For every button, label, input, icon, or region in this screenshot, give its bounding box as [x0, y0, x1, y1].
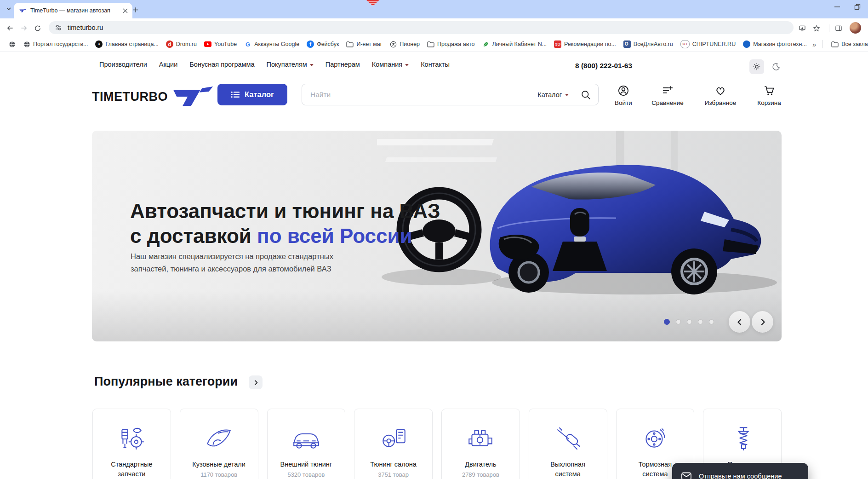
search-icon: [581, 90, 591, 100]
browser-tab[interactable]: TimeTurbo — магазин автозап: [14, 3, 132, 18]
suspension-icon: [727, 423, 758, 453]
google-icon: G: [244, 40, 251, 48]
interior-icon: [378, 423, 409, 453]
dark-theme-button[interactable]: [770, 60, 782, 73]
list-icon: [231, 91, 240, 98]
chevron-down-icon: [565, 94, 569, 96]
bookmark-item[interactable]: G Аккаунты Google: [240, 39, 303, 49]
nav-item-company[interactable]: Компания: [372, 61, 409, 68]
carousel-dots: [664, 319, 714, 325]
side-panel-icon[interactable]: [832, 22, 845, 35]
category-card-engine[interactable]: Двигатель 2789 товаров: [441, 409, 520, 479]
bookmark-label: Фейсбук: [317, 41, 339, 47]
install-app-icon[interactable]: [796, 22, 809, 35]
tab-title: TimeTurbo — магазин автозап: [30, 7, 118, 14]
nav-item-bonus-program[interactable]: Бонусная программа: [189, 61, 254, 68]
globe-icon: [23, 40, 30, 48]
carousel-dot-1[interactable]: [664, 319, 670, 325]
bookmark-item[interactable]: Пионер: [386, 39, 423, 49]
folder-icon: [346, 40, 354, 48]
nav-item-contacts[interactable]: Контакты: [421, 61, 450, 68]
bookmark-item[interactable]: f Фейсбук: [303, 39, 343, 49]
brake-disc-icon: [640, 423, 670, 453]
folder-icon: [427, 40, 434, 48]
bookmark-label: Пионер: [400, 41, 420, 47]
category-card-exhaust[interactable]: Выхлопная система 1448 товаров: [529, 409, 607, 479]
carousel-next-button[interactable]: [752, 311, 773, 333]
bookmark-item[interactable]: O. ВсеДляАвто.ru: [620, 39, 677, 49]
site-logo[interactable]: TIMETURBO: [92, 87, 216, 107]
bookmark-item[interactable]: И-нет маг: [343, 39, 386, 49]
compare-button[interactable]: Сравнение: [642, 85, 693, 106]
red-stripe-marker: [366, 0, 379, 6]
carousel-dot-4[interactable]: [698, 319, 703, 324]
search-submit-button[interactable]: [580, 89, 592, 101]
reload-button[interactable]: [31, 22, 44, 35]
category-card-exterior-tuning[interactable]: Внешний тюнинг 5320 товаров: [267, 409, 346, 479]
category-count: 1170 товаров: [200, 471, 237, 478]
url-text: timeturbo.ru: [68, 24, 103, 31]
bookmark-label: YouTube: [214, 41, 237, 47]
window-restore-button[interactable]: [854, 4, 861, 10]
bookmark-item[interactable]: Личный Кабинет N...: [479, 39, 551, 49]
bookmark-item[interactable]: Портал государств...: [19, 39, 91, 49]
bookmark-item[interactable]: ЗЭ Рекомендации по...: [550, 39, 620, 49]
category-name: Кузовные детали: [192, 460, 246, 469]
bookmark-item[interactable]: YouTube: [200, 39, 240, 49]
category-count: 2789 товаров: [462, 471, 499, 478]
hero-title: Автозапчасти и тюнинг на ВАЗ с доставкой…: [130, 199, 440, 248]
phone-link[interactable]: 8 (800) 222-01-63: [575, 62, 632, 70]
popular-categories-more-button[interactable]: [249, 375, 263, 389]
bookmark-label: Магазин фототехн...: [753, 41, 807, 47]
forward-button[interactable]: [17, 22, 30, 35]
favorites-button[interactable]: Избранное: [695, 85, 746, 106]
category-card-spare-parts[interactable]: Стандартные запчасти 4316 товаров: [92, 409, 171, 479]
carousel-prev-button[interactable]: [729, 311, 750, 333]
chat-widget-label: Отправьте нам сообщение: [699, 473, 782, 479]
category-card-interior-tuning[interactable]: Тюнинг салона 3751 товар: [354, 409, 433, 479]
window-minimize-button[interactable]: [834, 4, 840, 10]
login-button[interactable]: Войти: [598, 85, 649, 106]
site-settings-icon[interactable]: [55, 24, 62, 31]
carousel-dot-5[interactable]: [709, 319, 714, 324]
category-card-body-parts[interactable]: Кузовные детали 1170 товаров: [180, 409, 258, 479]
chat-widget-button[interactable]: Отправьте нам сообщение: [672, 463, 808, 479]
bookmark-item[interactable]: d Drom.ru: [162, 39, 200, 49]
chevron-right-icon: [759, 318, 766, 326]
browser-toolbar: timeturbo.ru: [0, 18, 868, 37]
profile-avatar[interactable]: [850, 22, 861, 34]
hero-banner: Автозапчасти и тюнинг на ВАЗ с доставкой…: [92, 131, 782, 341]
address-bar[interactable]: timeturbo.ru: [49, 21, 794, 34]
chevron-right-icon: [253, 380, 259, 386]
light-theme-button[interactable]: [749, 59, 764, 74]
bookmark-item[interactable]: ✦ Главная страница...: [91, 39, 162, 49]
catalog-button[interactable]: Каталог: [217, 84, 287, 105]
carousel-dot-2[interactable]: [676, 319, 681, 324]
carousel-dot-3[interactable]: [687, 319, 692, 324]
nav-item-manufacturers[interactable]: Производители: [99, 61, 147, 68]
search-scope-select[interactable]: Каталог: [537, 84, 569, 105]
bookmark-label: Главная страница...: [105, 41, 158, 47]
youtube-icon: [204, 40, 211, 48]
nav-item-partners[interactable]: Партнерам: [326, 61, 360, 68]
bookmarks-overflow-button[interactable]: »: [811, 40, 818, 48]
facebook-icon: f: [307, 40, 314, 48]
bookmark-item[interactable]: [5, 39, 19, 49]
exhaust-icon: [553, 423, 583, 453]
back-button[interactable]: [4, 22, 17, 35]
chiptuner-icon: CT: [680, 40, 690, 48]
nav-item-promos[interactable]: Акции: [159, 61, 178, 68]
compare-icon: [662, 85, 674, 97]
tab-search-button[interactable]: [3, 4, 14, 15]
bookmark-item[interactable]: Продажа авто: [423, 39, 479, 49]
bookmark-star-icon[interactable]: [810, 22, 823, 35]
bookmark-item[interactable]: Магазин фототехн...: [739, 39, 811, 49]
bookmark-item[interactable]: CT CHIPTUNER.RU: [677, 39, 739, 50]
folder-icon: [831, 40, 839, 48]
all-bookmarks-button[interactable]: Все закла...: [828, 39, 868, 49]
nav-item-buyers[interactable]: Покупателям: [267, 61, 314, 68]
tab-close-button[interactable]: [122, 7, 129, 14]
cart-button[interactable]: Корзина: [744, 85, 794, 106]
engine-icon: [465, 423, 496, 453]
new-tab-button[interactable]: [130, 4, 141, 15]
